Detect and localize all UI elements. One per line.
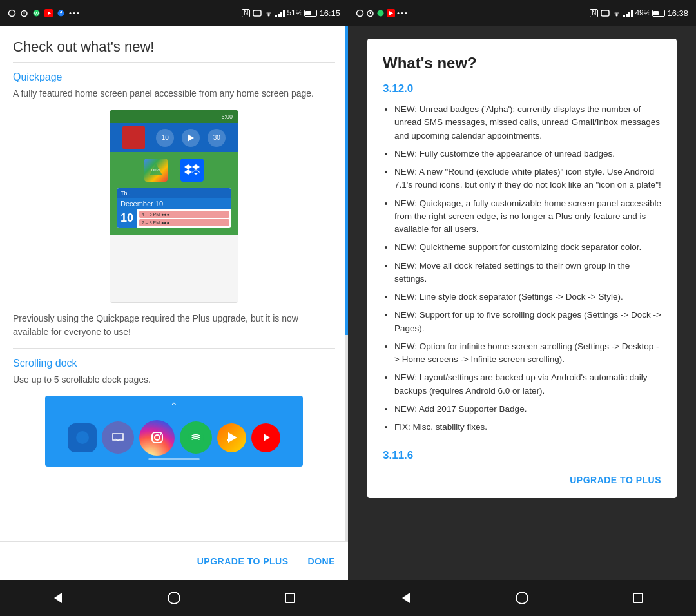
dock-icon-spotify — [180, 421, 212, 454]
cal-events: 4 – 5 PM ●●● 7 – 8 PM ●●● — [137, 209, 231, 228]
back-button[interactable] — [45, 585, 71, 611]
bullet-item: NEW: Unread badges ('Alpha'): currently … — [394, 103, 661, 142]
cal-header: Thu — [117, 188, 231, 198]
left-nav-bar — [0, 580, 348, 616]
scroll-line — [148, 458, 200, 460]
right-status-icons-left — [356, 9, 407, 17]
svg-point-12 — [77, 12, 79, 14]
home-button[interactable] — [161, 585, 187, 611]
media-controls: 10 30 — [110, 123, 238, 152]
right-upgrade-to-plus-button[interactable]: UPGRADE TO PLUS — [570, 475, 661, 485]
left-content: Check out what's new! Quickpage A fully … — [0, 26, 348, 580]
svg-rect-19 — [109, 428, 127, 447]
signal-bars — [275, 8, 285, 17]
vibrate-icon — [252, 9, 262, 17]
bullet-item: NEW: Option for infinite home screen scr… — [394, 340, 661, 367]
right-status-info: N 49% 16:38 — [590, 8, 688, 18]
svg-point-35 — [405, 12, 407, 14]
youtube-icon — [44, 9, 53, 17]
svg-point-18 — [76, 431, 89, 444]
dock-icon-music — [217, 423, 246, 452]
whatsapp-icon: W — [32, 9, 41, 17]
right-more-icon — [397, 9, 407, 17]
bullet-item: NEW: Support for up to five scrolling do… — [394, 309, 661, 335]
version-3116-label: 3.11.6 — [383, 449, 661, 462]
section-quickpage-title: Quickpage — [13, 72, 335, 83]
fb-icon: f — [57, 9, 65, 17]
quickpage-footer: Previously using the Quickpage required … — [13, 312, 335, 339]
left-status-bar: ! W f N 51% 16:15 — [0, 0, 348, 26]
app-icons-row: Drive — [144, 159, 204, 182]
battery-icon — [304, 10, 317, 17]
dialog-bottom-actions: UPGRADE TO PLUS — [383, 470, 661, 485]
right-phone: N 49% 16:38 What's new? 3.12.0 — [348, 0, 696, 616]
right-home-button[interactable] — [509, 585, 535, 611]
svg-point-33 — [398, 12, 400, 14]
bullet-item: NEW: Move all dock related settings to t… — [394, 260, 661, 286]
dock-arrow: ⌃ — [170, 401, 178, 411]
bullet-item: NEW: Line style dock separator (Settings… — [394, 291, 661, 303]
version-312-label: 3.12.0 — [383, 82, 661, 95]
left-status-icons: ! W f — [8, 9, 79, 17]
alarm-icon — [20, 9, 28, 17]
bottom-actions: UPGRADE TO PLUS DONE — [0, 541, 348, 580]
more-icon — [69, 9, 79, 17]
svg-point-34 — [401, 12, 403, 14]
right-nfc: N — [590, 9, 598, 17]
right-battery-percent: 49% — [635, 8, 650, 17]
right-alarm-icon — [366, 9, 374, 17]
section-divider — [13, 348, 335, 349]
right-status-bar: N 49% 16:38 — [348, 0, 696, 26]
right-recents-button[interactable] — [625, 585, 651, 611]
play-btn — [188, 134, 194, 142]
dock-icon-youtube — [251, 423, 280, 452]
bullet-item: FIX: Misc. stability fixes. — [394, 421, 661, 434]
svg-marker-26 — [264, 434, 270, 441]
dock-screenshot: ⌃ — [45, 396, 303, 467]
svg-point-23 — [188, 430, 204, 445]
bullet-item: NEW: A new "Round (exclude white plates)… — [394, 166, 661, 192]
section-dock-title: Scrolling dock — [13, 358, 335, 369]
right-wifi-icon — [612, 9, 621, 17]
right-notification-icon — [356, 9, 364, 17]
right-youtube-icon — [387, 9, 395, 17]
right-content: What's new? 3.12.0 NEW: Unread badges ('… — [348, 26, 696, 580]
svg-point-11 — [73, 12, 75, 14]
svg-text:Drive: Drive — [151, 168, 161, 172]
nfc-label: N — [242, 9, 250, 17]
svg-point-37 — [616, 14, 618, 16]
recents-button[interactable] — [277, 585, 303, 611]
dock-icon-1 — [68, 423, 97, 452]
svg-point-30 — [378, 10, 384, 16]
left-scroll-area[interactable]: Check out what's new! Quickpage A fully … — [0, 26, 348, 541]
dropbox-icon — [180, 159, 204, 182]
right-battery-icon — [652, 10, 665, 17]
svg-marker-24 — [228, 432, 237, 443]
right-status-info: N 51% 16:15 — [242, 8, 340, 18]
right-app-icon — [376, 9, 385, 17]
svg-text:!: ! — [12, 12, 13, 16]
right-vibrate-icon — [600, 9, 610, 17]
right-back-button[interactable] — [393, 585, 419, 611]
upgrade-to-plus-button[interactable]: UPGRADE TO PLUS — [197, 556, 289, 566]
bullet-item: NEW: Quickpage, a fully customizable hom… — [394, 197, 661, 236]
section-dock-desc: Use up to 5 scrollable dock pages. — [13, 373, 335, 387]
svg-rect-25 — [227, 439, 230, 441]
bullet-item: NEW: Fully customize the appearance of u… — [394, 148, 661, 160]
battery-percent: 51% — [287, 8, 302, 17]
svg-point-22 — [159, 434, 160, 435]
dock-icons-row — [68, 420, 280, 456]
svg-point-27 — [357, 10, 363, 16]
bullet-item: NEW: Layout/settings are backed up via A… — [394, 371, 661, 398]
left-phone: ! W f N 51% 16:15 — [0, 0, 348, 616]
whats-new-dialog: What's new? 3.12.0 NEW: Unread badges ('… — [367, 39, 677, 498]
notification-icon: ! — [8, 9, 16, 17]
done-button[interactable]: DONE — [308, 556, 335, 566]
section-quickpage-desc: A fully featured home screen panel acces… — [13, 87, 335, 101]
page-title: Check out what's new! — [13, 39, 335, 55]
svg-point-21 — [155, 435, 160, 440]
right-time-display: 16:38 — [667, 8, 688, 18]
time-display: 16:15 — [319, 8, 340, 18]
bullet-list-312: NEW: Unread badges ('Alpha'): currently … — [383, 103, 661, 439]
bullet-item: NEW: Quicktheme support for customizing … — [394, 241, 661, 254]
